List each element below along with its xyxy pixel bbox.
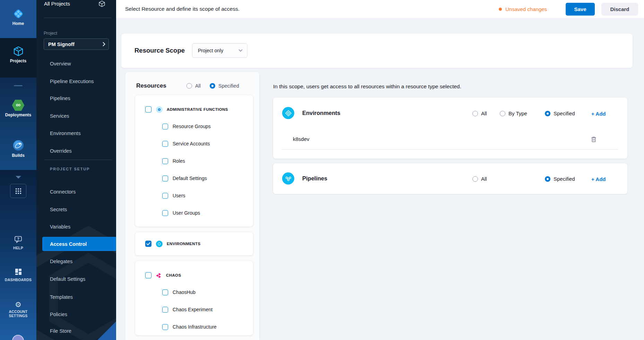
chevron-right-icon: [103, 42, 105, 46]
sidebar-item-overview[interactable]: Overview: [50, 60, 71, 67]
sidebar-item-default-settings[interactable]: Default Settings: [50, 276, 85, 283]
radio-icon[interactable]: [500, 111, 505, 116]
resource-row: User Groups: [135, 204, 253, 222]
sidebar-item-deployments[interactable]: ∞ Deployments: [0, 100, 36, 117]
sidebar-item-environments[interactable]: Environments: [50, 130, 81, 137]
sidebar-item-account-settings[interactable]: ⚙ ACCOUNT SETTINGS: [0, 301, 36, 318]
topbar: Select Resource and define its scope of …: [116, 0, 644, 18]
sidebar-item-delegates[interactable]: Delegates: [50, 258, 72, 265]
admin-functions-checkbox[interactable]: [145, 106, 151, 113]
service-accounts-checkbox[interactable]: [162, 141, 168, 147]
chaos-experiment-checkbox[interactable]: [162, 307, 168, 313]
pipelines-card: Pipelines All Specified + Add: [273, 163, 627, 194]
cube-icon[interactable]: [98, 0, 106, 9]
dropdown-value: Project only: [198, 48, 223, 53]
collapse-chevron-icon[interactable]: [0, 175, 36, 180]
check-icon: [146, 242, 150, 245]
environments-checkbox-checked[interactable]: [145, 241, 151, 247]
save-button[interactable]: Save: [566, 3, 595, 16]
resource-label: Chaos Experiment: [173, 307, 212, 312]
chaos-checkbox[interactable]: [145, 272, 151, 278]
sidebar-item-overrides[interactable]: Overrides: [50, 147, 72, 154]
gear-icon: ⚙: [0, 301, 36, 308]
users-checkbox[interactable]: [162, 193, 168, 199]
sidebar-item-projects[interactable]: Projects: [0, 46, 36, 63]
resource-groups-checkbox[interactable]: [162, 124, 168, 129]
all-projects-link[interactable]: All Projects: [44, 1, 70, 7]
radio-icon[interactable]: [472, 111, 478, 116]
deployments-icon: ∞: [0, 100, 36, 111]
resource-label: Roles: [173, 158, 185, 164]
sidebar-item-label: DASHBOARDS: [0, 278, 36, 282]
card-title: Environments: [302, 110, 340, 116]
chaos-infrastructure-checkbox[interactable]: [162, 324, 168, 330]
scope-detail-column: In this scope, users get access to all r…: [273, 18, 627, 340]
discard-button[interactable]: Discard: [601, 3, 638, 16]
resource-row: ChaosHub: [135, 284, 253, 301]
sidebar-item-pipelines[interactable]: Pipelines: [50, 95, 70, 102]
sidebar-item-label: Projects: [0, 59, 36, 63]
sidebar-item-templates[interactable]: Templates: [50, 294, 73, 301]
resource-scope-dropdown[interactable]: Project only: [192, 43, 247, 58]
svg-text:?: ?: [17, 237, 19, 241]
resource-label: Default Settings: [173, 176, 207, 181]
delete-environment-button[interactable]: [590, 135, 598, 143]
resource-label: ChaosHub: [173, 289, 195, 295]
environments-specified-radio[interactable]: Specified: [545, 110, 575, 116]
roles-checkbox[interactable]: [162, 158, 168, 164]
radio-icon-selected[interactable]: [545, 176, 550, 182]
resources-specified-radio[interactable]: Specified: [210, 83, 239, 89]
access-control-resource-editor: Home Projects ∞ Deployments Builds: [0, 0, 644, 340]
project-name: PM Signoff: [48, 42, 75, 47]
project-selector[interactable]: PM Signoff: [44, 38, 109, 50]
resource-row: Chaos Experiment: [135, 301, 253, 318]
project-sidebar: All Projects Project PM Signoff Overview…: [36, 0, 116, 340]
default-settings-checkbox[interactable]: [162, 176, 168, 181]
pipelines-icon: [282, 172, 294, 185]
radio-icon[interactable]: [472, 176, 478, 182]
sidebar-divider: [44, 160, 112, 160]
resource-row: Default Settings: [135, 170, 253, 187]
sidebar-item-label: Builds: [0, 153, 36, 158]
sidebar-item-file-store[interactable]: File Store: [50, 328, 71, 334]
environments-bytype-radio[interactable]: By Type: [500, 110, 527, 116]
sidebar-item-services[interactable]: Services: [50, 113, 69, 119]
environments-group-icon: [156, 241, 163, 247]
resources-all-radio[interactable]: All: [186, 83, 201, 89]
module-picker-button[interactable]: [10, 184, 26, 198]
unsaved-label: Unsaved changes: [505, 6, 547, 12]
resource-row: Roles: [135, 152, 253, 170]
main-area: Select Resource and define its scope of …: [116, 0, 644, 340]
sidebar-item-variables[interactable]: Variables: [50, 223, 70, 230]
sidebar-item-connectors[interactable]: Connectors: [50, 188, 76, 195]
scope-note: In this scope, users get access to all r…: [273, 83, 461, 90]
radio-icon-selected[interactable]: [545, 111, 550, 116]
sidebar-item-help[interactable]: ? HELP: [0, 235, 36, 250]
sidebar-divider-dash: [14, 85, 23, 86]
user-groups-checkbox[interactable]: [162, 210, 168, 216]
environments-add-button[interactable]: + Add: [591, 111, 606, 117]
pipelines-add-button[interactable]: + Add: [591, 176, 606, 182]
sidebar-item-builds[interactable]: Builds: [0, 140, 36, 158]
sidebar-item-home[interactable]: Home: [0, 8, 36, 26]
chaoshub-checkbox[interactable]: [162, 289, 168, 295]
environments-card: Environments All By Type Specified + Add: [273, 98, 627, 159]
resource-row: Users: [135, 187, 253, 204]
pipelines-all-radio[interactable]: All: [472, 176, 487, 182]
card-title: Pipelines: [302, 175, 327, 182]
resource-label: User Groups: [173, 210, 200, 216]
sidebar-item-policies[interactable]: Policies: [50, 311, 67, 318]
resources-header: Resources All Specified: [125, 72, 259, 89]
sidebar-item-access-control-active[interactable]: Access Control: [42, 237, 116, 251]
sidebar-item-secrets[interactable]: Secrets: [50, 206, 67, 213]
environments-all-radio[interactable]: All: [472, 110, 487, 116]
resource-label: Resource Groups: [173, 124, 211, 129]
radio-icon-selected[interactable]: [210, 83, 215, 89]
radio-label: All: [195, 83, 201, 89]
group-label: CHAOS: [166, 273, 181, 277]
sidebar-item-pipeline-executions[interactable]: Pipeline Executions: [50, 78, 94, 85]
radio-label: Specified: [554, 176, 575, 182]
radio-icon[interactable]: [186, 83, 192, 89]
pipelines-specified-radio[interactable]: Specified: [545, 176, 575, 182]
sidebar-item-dashboards[interactable]: DASHBOARDS: [0, 268, 36, 282]
